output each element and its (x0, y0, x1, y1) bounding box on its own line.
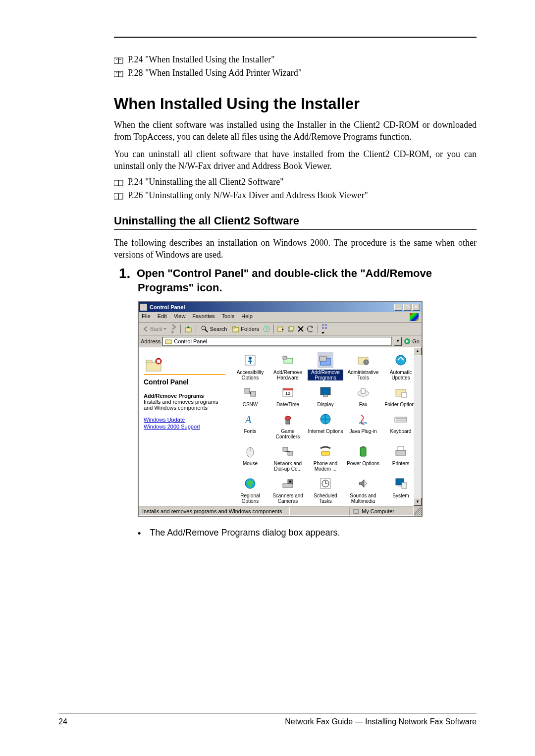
svg-rect-34 (283, 356, 287, 359)
icon-label: Date/Time (276, 402, 299, 407)
menu-file[interactable]: File (142, 313, 151, 321)
icon-add-remove-programs[interactable]: Add/Remove Programs (308, 352, 343, 380)
icon-label: Power Options (347, 461, 379, 466)
status-location-text: My Computer (362, 508, 394, 514)
icon-accessibility-options[interactable]: Accessibility Options (232, 352, 268, 380)
menu-edit[interactable]: Edit (158, 313, 167, 321)
toolbar: Back Search Folders (139, 323, 422, 335)
status-empty (290, 507, 349, 516)
copyto-button[interactable] (287, 325, 295, 333)
icon-scheduled-tasks[interactable]: Scheduled Tasks (308, 476, 343, 504)
step-text: Open "Control Panel" and double-click th… (137, 267, 432, 294)
icon-java-plugin[interactable]: Java Plug-in (345, 411, 381, 439)
icon-phone-modem[interactable]: Phone and Modem ... (308, 443, 343, 472)
views-button[interactable] (321, 323, 330, 335)
svg-rect-69 (398, 446, 404, 450)
icon-label: Network and Dial-up Co... (270, 461, 306, 472)
icon-label: Scheduled Tasks (308, 493, 343, 504)
maximize-button[interactable]: □ (403, 304, 411, 311)
svg-rect-21 (322, 324, 324, 326)
svg-rect-82 (355, 513, 358, 514)
icon-sounds-multimedia[interactable]: Sounds and Multimedia (345, 476, 381, 504)
status-text: Installs and removes programs and Window… (139, 507, 290, 516)
forward-button[interactable] (170, 324, 177, 334)
svg-text:12: 12 (285, 391, 290, 396)
icon-label: Administrative Tools (345, 370, 381, 380)
icon-date-time[interactable]: 12Date/Time (270, 384, 306, 407)
icon-csnw[interactable]: CSNW (232, 384, 268, 407)
scroll-up-button[interactable]: ▲ (414, 347, 422, 355)
resize-grip[interactable] (414, 507, 422, 515)
icon-label: Printers (392, 461, 409, 466)
ref-link-3: P.24 "Uninstalling the all Client2 Softw… (114, 177, 477, 187)
folders-button[interactable]: Folders (230, 324, 261, 333)
back-label: Back (150, 326, 162, 332)
icon-label: Keyboard (390, 429, 412, 434)
icon-power-options[interactable]: Power Options (345, 443, 381, 472)
minimize-button[interactable]: _ (394, 304, 402, 311)
side-title: Control Panel (144, 378, 225, 386)
icon-fonts[interactable]: AFonts (232, 411, 268, 439)
svg-rect-63 (288, 451, 293, 455)
icon-regional-options[interactable]: Regional Options (232, 476, 268, 504)
close-button[interactable]: × (412, 304, 420, 311)
windows-logo-icon (410, 313, 419, 321)
icon-fax[interactable]: Fax (345, 384, 381, 407)
link-windows-2000-support[interactable]: Windows 2000 Support (144, 424, 225, 430)
address-bar: Address Control Panel ▼ Go (139, 335, 422, 347)
icon-label: Scanners and Cameras (270, 493, 306, 504)
book-icon (114, 190, 124, 201)
icon-network-dialup[interactable]: Network and Dial-up Co... (270, 443, 306, 472)
side-item-title: Add/Remove Programs (144, 393, 225, 399)
window-icon (140, 304, 147, 311)
svg-rect-24 (325, 327, 327, 329)
link-windows-update[interactable]: Windows Update (144, 417, 225, 423)
go-button[interactable]: Go (404, 338, 420, 345)
menu-view[interactable]: View (174, 313, 186, 321)
search-button[interactable]: Search (199, 324, 228, 333)
delete-button[interactable] (297, 325, 305, 333)
icon-label: Accessibility Options (232, 370, 268, 380)
folders-label: Folders (241, 326, 259, 332)
svg-point-54 (285, 416, 291, 420)
icon-administrative-tools[interactable]: Administrative Tools (345, 352, 381, 380)
bullet-text: The Add/Remove Programs dialog box appea… (150, 528, 340, 538)
icon-display[interactable]: Display (308, 384, 343, 407)
ref-link-1: P.24 "When Installed Using the Installer… (114, 54, 477, 65)
svg-rect-23 (322, 327, 324, 329)
back-button[interactable]: Back (141, 325, 168, 333)
title-bar: Control Panel _ □ × (139, 302, 422, 312)
screenshot-control-panel: Control Panel _ □ × File Edit View Favor… (138, 301, 477, 517)
address-field[interactable]: Control Panel (162, 337, 392, 346)
svg-rect-30 (157, 360, 160, 363)
icon-game-controllers[interactable]: Game Controllers (270, 411, 306, 439)
icon-mouse[interactable]: Mouse (232, 443, 268, 472)
moveto-button[interactable] (277, 325, 285, 333)
svg-rect-81 (354, 509, 359, 513)
history-button[interactable] (263, 325, 270, 333)
up-button[interactable] (184, 325, 193, 333)
menu-favorites[interactable]: Favorites (192, 313, 214, 321)
icon-scanners-cameras[interactable]: Scanners and Cameras (270, 476, 306, 504)
svg-rect-9 (118, 180, 123, 186)
svg-rect-49 (361, 388, 365, 393)
window-body: Control Panel Add/Remove Programs Instal… (139, 347, 422, 506)
address-dropdown-button[interactable]: ▼ (394, 337, 402, 346)
menu-help[interactable]: Help (241, 313, 253, 321)
ref-link-2: P.28 "When Installed Using Add Printer W… (114, 68, 477, 78)
icon-add-remove-hardware[interactable]: Add/Remove Hardware (270, 352, 306, 380)
book-icon (114, 54, 124, 65)
bullet-dot: • (138, 528, 141, 538)
menu-tools[interactable]: Tools (222, 313, 235, 321)
undo-button[interactable] (307, 325, 315, 333)
icon-internet-options[interactable]: Internet Options (308, 411, 343, 439)
icon-label: Fax (359, 402, 368, 407)
svg-point-13 (202, 326, 206, 330)
svg-rect-4 (114, 71, 118, 77)
page-number: 24 (58, 717, 67, 726)
scroll-down-button[interactable]: ▼ (414, 498, 422, 506)
scroll-track[interactable] (414, 355, 422, 498)
svg-rect-65 (321, 451, 329, 455)
ref-text: P.24 "Uninstalling the all Client2 Softw… (128, 177, 284, 187)
icon-label: Folder Options (384, 402, 417, 407)
